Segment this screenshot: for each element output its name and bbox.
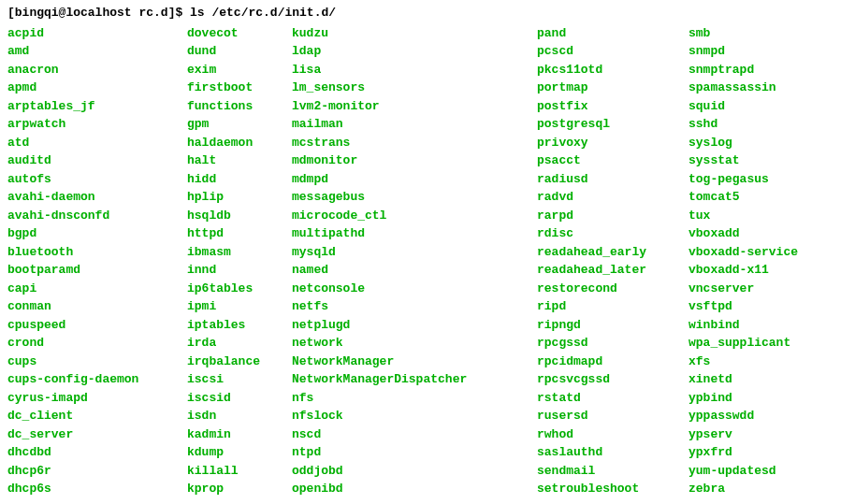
file-entry: setroubleshoot [537,480,677,498]
file-entry: saslauthd [537,443,677,462]
file-entry: haldaemon [187,134,281,152]
file-entry: smb [688,24,798,43]
file-entry: readahead_early [537,243,677,262]
file-entry: dc_server [7,425,176,444]
file-entry: auditd [7,151,176,170]
file-entry: functions [187,97,281,116]
file-entry: yppasswdd [688,407,798,425]
file-entry: rpcsvcgssd [537,370,677,389]
file-entry: dhcp6r [7,462,176,481]
file-entry: microcode_ctl [292,207,526,225]
file-entry: vsftpd [688,297,798,316]
file-entry: rusersd [537,407,677,425]
column-5: smbsnmpdsnmptrapdspamassassinsquidsshdsy… [688,24,798,498]
file-entry: mcstrans [292,134,526,152]
file-entry: vncserver [688,280,798,298]
file-entry: rpcidmapd [537,353,677,371]
file-entry: wpa_supplicant [688,334,798,353]
file-entry: sshd [688,115,798,134]
file-entry: anacron [7,61,176,79]
file-entry: winbind [688,316,798,335]
file-entry: dhcp6s [7,480,176,498]
file-entry: ip6tables [187,280,281,298]
file-entry: avahi-daemon [7,188,176,207]
file-entry: pand [537,24,677,43]
file-entry: pcscd [537,42,677,61]
file-entry: snmptrapd [688,61,798,79]
file-entry: mailman [292,115,526,134]
file-entry: nfs [292,389,526,408]
file-entry: oddjobd [292,462,526,481]
file-entry: pkcs11otd [537,61,677,79]
ls-output: acpidamdanacronapmdarptables_jfarpwatcha… [7,24,848,498]
file-entry: rpcgssd [537,334,677,353]
file-entry: psacct [537,151,677,170]
file-entry: vboxadd-service [688,243,798,262]
column-1: acpidamdanacronapmdarptables_jfarpwatcha… [7,24,176,498]
file-entry: lm_sensors [292,79,526,97]
file-entry: netconsole [292,280,526,298]
file-entry: network [292,334,526,353]
file-entry: lisa [292,61,526,79]
file-entry: yum-updatesd [688,462,798,481]
file-entry: ripd [537,297,677,316]
file-entry: radiusd [537,170,677,189]
file-entry: gpm [187,115,281,134]
file-entry: ypxfrd [688,443,798,462]
file-entry: rstatd [537,389,677,408]
file-entry: ipmi [187,297,281,316]
file-entry: dund [187,42,281,61]
file-entry: sysstat [688,151,798,170]
file-entry: amd [7,42,176,61]
file-entry: mdmonitor [292,151,526,170]
file-entry: dovecot [187,24,281,43]
file-entry: rdisc [537,224,677,243]
file-entry: readahead_later [537,261,677,280]
file-entry: postgresql [537,115,677,134]
column-3: kudzuldaplisalm_sensorslvm2-monitormailm… [292,24,526,498]
file-entry: sendmail [537,462,677,481]
file-entry: autofs [7,170,176,189]
file-entry: bluetooth [7,243,176,262]
file-entry: irqbalance [187,353,281,371]
file-entry: nfslock [292,407,526,425]
file-entry: syslog [688,134,798,152]
file-entry: dc_client [7,407,176,425]
file-entry: privoxy [537,134,677,152]
file-entry: lvm2-monitor [292,97,526,116]
file-entry: conman [7,297,176,316]
column-4: pandpcscdpkcs11otdportmappostfixpostgres… [537,24,677,498]
file-entry: kadmin [187,425,281,444]
file-entry: ypbind [688,389,798,408]
file-entry: ripngd [537,316,677,335]
file-entry: iscsi [187,370,281,389]
file-entry: xinetd [688,370,798,389]
file-entry: atd [7,134,176,152]
file-entry: vboxadd-x11 [688,261,798,280]
file-entry: mdmpd [292,170,526,189]
file-entry: ntpd [292,443,526,462]
file-entry: cups [7,353,176,371]
file-entry: named [292,261,526,280]
file-entry: hsqldb [187,207,281,225]
file-entry: kprop [187,480,281,498]
file-entry: squid [688,97,798,116]
file-entry: openibd [292,480,526,498]
file-entry: apmd [7,79,176,97]
file-entry: messagebus [292,188,526,207]
file-entry: xfs [688,353,798,371]
file-entry: irda [187,334,281,353]
file-entry: halt [187,151,281,170]
file-entry: ypserv [688,425,798,444]
file-entry: arptables_jf [7,97,176,116]
file-entry: multipathd [292,224,526,243]
file-entry: hplip [187,188,281,207]
file-entry: isdn [187,407,281,425]
file-entry: kdump [187,443,281,462]
file-entry: rarpd [537,207,677,225]
file-entry: avahi-dnsconfd [7,207,176,225]
file-entry: capi [7,280,176,298]
file-entry: restorecond [537,280,677,298]
file-entry: cups-config-daemon [7,370,176,389]
file-entry: radvd [537,188,677,207]
